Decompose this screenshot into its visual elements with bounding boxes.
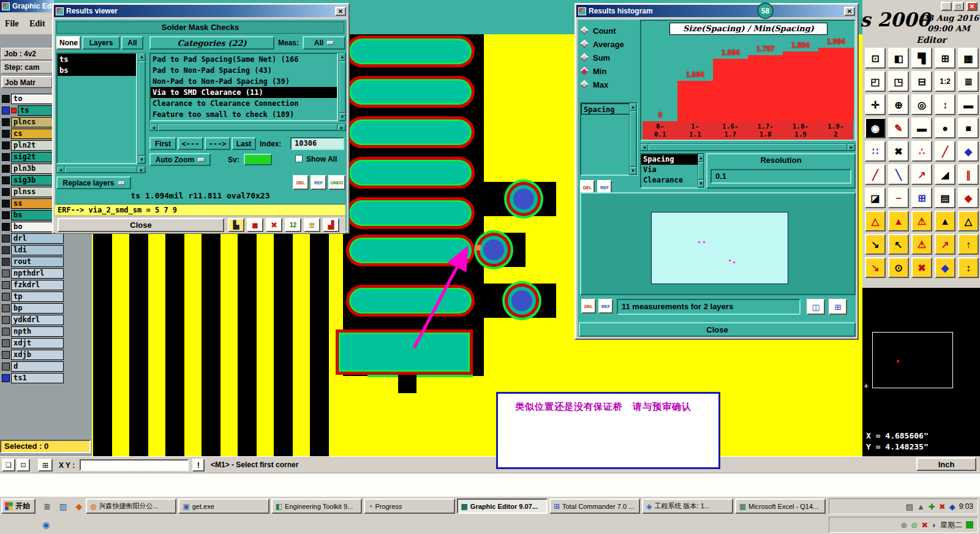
alert-button[interactable]: !: [192, 459, 205, 472]
close-histogram-button[interactable]: Close: [579, 322, 856, 337]
category-list-hscrollbar[interactable]: ◄►: [149, 124, 346, 131]
layer-checkbox-ts[interactable]: [2, 107, 10, 115]
stat-radio-icon[interactable]: [580, 26, 589, 35]
layer-checkbox-ts1[interactable]: [2, 374, 10, 382]
stat-option-min[interactable]: Min: [581, 65, 606, 77]
last-result-button[interactable]: Last: [232, 137, 256, 150]
layer-checkbox-npthdrl[interactable]: [2, 269, 10, 277]
layer-checkbox-xdjt[interactable]: [2, 339, 10, 347]
layer-row-bp[interactable]: bp: [0, 303, 92, 314]
taskbar-task[interactable]: ▣get.exe: [178, 498, 269, 514]
tool-icon-47[interactable]: ⊙: [888, 257, 909, 278]
category-item[interactable]: Feature too small to check (189): [151, 109, 337, 120]
layer-checkbox-bs[interactable]: [2, 211, 10, 219]
filter-layers-button[interactable]: Layers: [82, 36, 120, 50]
stat-option-count[interactable]: Count: [581, 24, 616, 37]
tool-icon-48[interactable]: ✖: [911, 257, 932, 278]
tool-icon-16[interactable]: ◉: [865, 118, 886, 138]
taskbar-task[interactable]: ▩Graphic Editor 9.07...: [457, 498, 548, 514]
stat-option-sum[interactable]: Sum: [581, 51, 610, 64]
layer-checkbox-fzkdrl[interactable]: [2, 281, 10, 289]
category-item[interactable]: Via to SMD Clearance (11): [151, 87, 337, 98]
reference-measure-button[interactable]: REF: [598, 299, 613, 314]
tool-icon-17[interactable]: ✎: [888, 118, 909, 138]
tool-icon-44[interactable]: ↗: [935, 234, 956, 255]
tool-icon-1[interactable]: ⊡: [865, 48, 886, 69]
layer-name-rout[interactable]: rout: [11, 257, 64, 267]
tool-icon-43[interactable]: ⚠: [911, 234, 932, 255]
replace-layers-dropdown[interactable]: Replace layers: [56, 176, 131, 189]
tool-icon-46[interactable]: ↘: [865, 257, 886, 278]
first-result-button[interactable]: First: [149, 137, 176, 150]
units-button[interactable]: Inch: [916, 457, 976, 471]
settings-tray-icon[interactable]: ⊚: [900, 521, 907, 530]
browser-icon[interactable]: ◉: [39, 518, 53, 532]
tool-icon-9[interactable]: 1:2: [935, 71, 956, 92]
tool-icon-15[interactable]: ▬: [958, 94, 979, 115]
next-result-button[interactable]: --->: [205, 137, 230, 150]
layer-name-ldi[interactable]: ldi: [11, 245, 64, 255]
tool-icon-33[interactable]: ⊞: [911, 187, 932, 208]
close-tray-icon[interactable]: ✖: [939, 502, 946, 511]
layer-row-ts1[interactable]: ts1: [0, 372, 92, 384]
result-layer-item[interactable]: bs: [58, 65, 136, 76]
layer-checkbox-pln2t[interactable]: [2, 141, 10, 149]
minimize-button[interactable]: _: [941, 2, 952, 11]
quick-launch-app-icon[interactable]: ◆: [72, 500, 86, 513]
layer-row-rout[interactable]: rout: [0, 256, 92, 268]
tool-icon-38[interactable]: ⚠: [911, 211, 932, 231]
layer-name-fzkdrl[interactable]: fzkdrl: [11, 280, 64, 290]
job-matrix-button[interactable]: Job Matr: [1, 76, 53, 88]
filter-all-button[interactable]: All: [121, 36, 143, 50]
overview-panel[interactable]: + X = 4.685606" Y = 4.148235": [862, 288, 980, 456]
tool-icon-34[interactable]: ▤: [935, 187, 956, 208]
layer-checkbox-ydkdrl[interactable]: [2, 316, 10, 324]
layer-row-xdjt[interactable]: xdjt: [0, 337, 92, 349]
filter-none-button[interactable]: None: [56, 36, 81, 50]
taskbar-task[interactable]: ◔Progress: [364, 498, 454, 514]
tool-icon-45[interactable]: ↑: [958, 234, 979, 255]
results-histogram-window[interactable]: Results histogram ✕ 58 CountAverageSumMi…: [575, 3, 859, 340]
layer-row-tp[interactable]: tp: [0, 291, 92, 303]
layer-checkbox-d[interactable]: [2, 363, 10, 370]
stat-option-average[interactable]: Average: [581, 38, 624, 50]
menu-file[interactable]: File: [5, 19, 19, 29]
delete-result-button[interactable]: DEL: [293, 175, 309, 190]
taskbar-task[interactable]: ◧Engineering Toolkit 9...: [271, 498, 362, 514]
tool-icon-25[interactable]: ◆: [958, 141, 979, 162]
quick-launch-page-icon[interactable]: ▥: [56, 500, 70, 513]
measure-category-scrollbar[interactable]: ▲▼: [629, 103, 637, 175]
chart-hscrollbar[interactable]: ◄►: [640, 143, 856, 151]
category-item[interactable]: Non-Pad to Non-Pad Spacing (39): [151, 76, 337, 87]
tool-icon-35[interactable]: ◆: [958, 187, 979, 208]
tool-icon-5[interactable]: ▦: [958, 48, 979, 69]
measure-item-spacing[interactable]: Spacing: [641, 154, 704, 165]
no-entry-tray-icon[interactable]: ⊘: [911, 521, 918, 530]
layer-checkbox-xdjb[interactable]: [2, 351, 10, 359]
layer-row-fzkdrl[interactable]: fzkdrl: [0, 279, 92, 291]
taskbar-task[interactable]: ◈工程系统 版本: 1...: [642, 498, 733, 514]
resolution-value[interactable]: 0.1: [710, 169, 851, 184]
tool-icon-29[interactable]: ◢: [935, 164, 956, 185]
taskbar-task[interactable]: ◍兴森快捷衡阳分公...: [86, 498, 176, 514]
tool-icon-49[interactable]: ◆: [935, 257, 956, 278]
tool-icon-19[interactable]: ●: [935, 118, 956, 138]
undo-button[interactable]: UNDO: [328, 175, 345, 190]
category-item[interactable]: Pad to Non-Pad Spacing (43): [151, 65, 337, 76]
measure-stack-list[interactable]: SpacingViaClearance: [640, 153, 705, 189]
stat-radio-icon[interactable]: [580, 80, 589, 89]
layer-name-xdjt[interactable]: xdjt: [11, 338, 64, 348]
tool-icon-22[interactable]: ✖: [888, 141, 909, 162]
taskbar-task[interactable]: ⊞Total Commander 7.0 ...: [549, 498, 640, 514]
layer-checkbox-to[interactable]: [2, 95, 10, 103]
sv-color-swatch[interactable]: [244, 154, 272, 165]
quick-launch-doc-icon[interactable]: ≣: [40, 500, 54, 513]
numeric-icon[interactable]: 12: [285, 218, 301, 232]
tool-icon-32[interactable]: −: [888, 187, 909, 208]
measure-item-clearance[interactable]: Clearance: [641, 175, 704, 186]
tool-icon-13[interactable]: ◎: [911, 94, 932, 115]
layer-checkbox-plnss[interactable]: [2, 188, 10, 196]
layer-checkbox-sig2t[interactable]: [2, 153, 10, 161]
layer-name-drl[interactable]: drl: [11, 233, 64, 244]
start-button[interactable]: 开始: [1, 498, 36, 514]
